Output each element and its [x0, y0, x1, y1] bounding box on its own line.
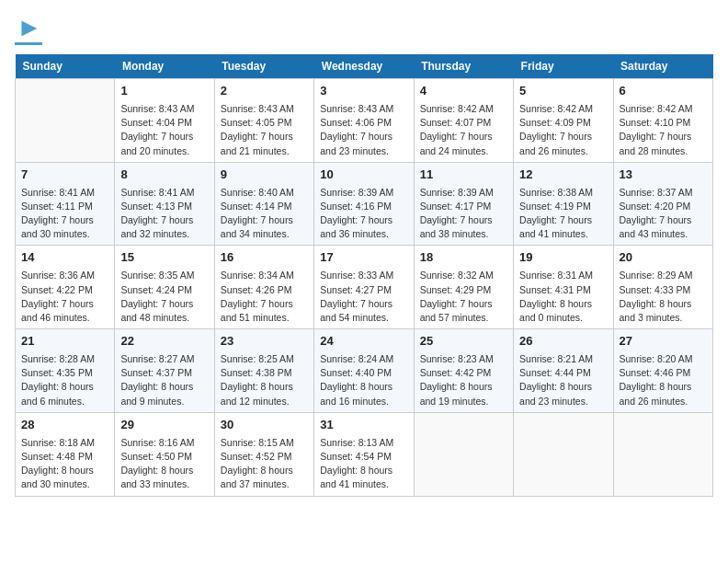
calendar-cell: 29Sunrise: 8:16 AMSunset: 4:50 PMDayligh…: [115, 412, 214, 496]
calendar-cell: 25Sunrise: 8:23 AMSunset: 4:42 PMDayligh…: [414, 329, 513, 413]
day-number: 13: [620, 167, 707, 184]
day-number: 1: [120, 83, 208, 100]
daylight-label: Daylight: 8 hours and 26 minutes.: [620, 381, 692, 406]
calendar-cell: 17Sunrise: 8:33 AMSunset: 4:27 PMDayligh…: [314, 246, 414, 329]
calendar-header-row: SundayMondayTuesdayWednesdayThursdayFrid…: [16, 54, 713, 79]
sunrise-label: Sunrise: 8:43 AM: [320, 103, 393, 114]
sunrise-label: Sunrise: 8:40 AM: [221, 187, 294, 198]
cell-info: Sunrise: 8:31 AMSunset: 4:31 PMDaylight:…: [519, 269, 607, 325]
calendar-table: SundayMondayTuesdayWednesdayThursdayFrid…: [15, 54, 713, 497]
cell-info: Sunrise: 8:41 AMSunset: 4:13 PMDaylight:…: [120, 186, 208, 242]
sunset-label: Sunset: 4:54 PM: [320, 451, 392, 462]
sunrise-label: Sunrise: 8:33 AM: [320, 270, 393, 281]
cell-info: Sunrise: 8:36 AMSunset: 4:22 PMDaylight:…: [21, 269, 108, 325]
sunrise-label: Sunrise: 8:34 AM: [221, 270, 294, 281]
day-number: 24: [320, 333, 407, 350]
sunrise-label: Sunrise: 8:42 AM: [420, 103, 494, 114]
day-number: 4: [420, 83, 507, 100]
daylight-label: Daylight: 7 hours and 20 minutes.: [120, 131, 193, 155]
daylight-label: Daylight: 7 hours and 38 minutes.: [420, 214, 493, 239]
cell-info: Sunrise: 8:25 AMSunset: 4:38 PMDaylight:…: [221, 352, 308, 408]
day-header-monday: Monday: [115, 54, 214, 79]
day-number: 9: [221, 167, 308, 184]
daylight-label: Daylight: 7 hours and 30 minutes.: [21, 214, 94, 239]
sunset-label: Sunset: 4:19 PM: [519, 201, 591, 212]
day-number: 6: [620, 83, 707, 100]
sunset-label: Sunset: 4:48 PM: [21, 451, 93, 462]
calendar-cell: 27Sunrise: 8:20 AMSunset: 4:46 PMDayligh…: [613, 329, 712, 413]
calendar-cell: 22Sunrise: 8:27 AMSunset: 4:37 PMDayligh…: [115, 329, 214, 413]
sunrise-label: Sunrise: 8:31 AM: [519, 270, 593, 281]
day-header-friday: Friday: [514, 54, 613, 79]
calendar-week-1: 1Sunrise: 8:43 AMSunset: 4:04 PMDaylight…: [16, 79, 713, 163]
calendar-cell: 2Sunrise: 8:43 AMSunset: 4:05 PMDaylight…: [214, 79, 313, 163]
sunset-label: Sunset: 4:16 PM: [320, 201, 392, 212]
day-number: 8: [120, 167, 208, 184]
cell-info: Sunrise: 8:43 AMSunset: 4:05 PMDaylight:…: [221, 102, 308, 158]
sunset-label: Sunset: 4:22 PM: [21, 284, 93, 295]
calendar-week-3: 14Sunrise: 8:36 AMSunset: 4:22 PMDayligh…: [16, 246, 713, 329]
sunset-label: Sunset: 4:31 PM: [519, 284, 591, 295]
daylight-label: Daylight: 7 hours and 46 minutes.: [21, 298, 94, 323]
logo-underline: [15, 42, 42, 45]
day-number: 30: [221, 417, 308, 434]
daylight-label: Daylight: 8 hours and 23 minutes.: [519, 381, 592, 406]
day-number: 5: [519, 83, 607, 100]
logo-icon: ►: [17, 13, 42, 41]
cell-info: Sunrise: 8:42 AMSunset: 4:07 PMDaylight:…: [420, 102, 507, 158]
day-number: 2: [221, 83, 308, 100]
daylight-label: Daylight: 7 hours and 26 minutes.: [519, 131, 592, 155]
calendar-cell: 8Sunrise: 8:41 AMSunset: 4:13 PMDaylight…: [115, 162, 214, 246]
calendar-week-5: 28Sunrise: 8:18 AMSunset: 4:48 PMDayligh…: [16, 412, 713, 496]
daylight-label: Daylight: 8 hours and 6 minutes.: [21, 381, 94, 406]
sunrise-label: Sunrise: 8:15 AM: [221, 437, 294, 448]
cell-info: Sunrise: 8:13 AMSunset: 4:54 PMDaylight:…: [320, 436, 407, 492]
sunrise-label: Sunrise: 8:37 AM: [620, 187, 693, 198]
cell-info: Sunrise: 8:39 AMSunset: 4:17 PMDaylight:…: [420, 186, 507, 242]
calendar-cell: 9Sunrise: 8:40 AMSunset: 4:14 PMDaylight…: [214, 162, 313, 246]
cell-info: Sunrise: 8:32 AMSunset: 4:29 PMDaylight:…: [420, 269, 507, 325]
calendar-cell: 19Sunrise: 8:31 AMSunset: 4:31 PMDayligh…: [514, 246, 613, 329]
cell-info: Sunrise: 8:15 AMSunset: 4:52 PMDaylight:…: [221, 436, 308, 492]
sunset-label: Sunset: 4:26 PM: [221, 284, 292, 295]
day-number: 23: [221, 333, 308, 350]
calendar-cell: [613, 412, 712, 496]
cell-info: Sunrise: 8:42 AMSunset: 4:09 PMDaylight:…: [519, 102, 607, 158]
day-number: 15: [120, 249, 208, 267]
sunrise-label: Sunrise: 8:20 AM: [620, 353, 693, 364]
sunrise-label: Sunrise: 8:36 AM: [21, 270, 95, 281]
day-header-sunday: Sunday: [16, 54, 115, 79]
sunset-label: Sunset: 4:42 PM: [420, 367, 492, 378]
sunrise-label: Sunrise: 8:41 AM: [21, 187, 95, 198]
day-number: 12: [519, 167, 607, 184]
daylight-label: Daylight: 8 hours and 9 minutes.: [120, 381, 193, 406]
sunset-label: Sunset: 4:27 PM: [320, 284, 392, 295]
sunset-label: Sunset: 4:05 PM: [221, 117, 292, 128]
sunset-label: Sunset: 4:38 PM: [221, 367, 292, 378]
cell-info: Sunrise: 8:34 AMSunset: 4:26 PMDaylight:…: [221, 269, 308, 325]
calendar-cell: 20Sunrise: 8:29 AMSunset: 4:33 PMDayligh…: [613, 246, 712, 329]
daylight-label: Daylight: 8 hours and 19 minutes.: [420, 381, 493, 406]
daylight-label: Daylight: 8 hours and 16 minutes.: [320, 381, 392, 406]
day-number: 10: [320, 167, 407, 184]
day-number: 31: [320, 417, 407, 434]
page-header: ►: [15, 15, 713, 45]
sunrise-label: Sunrise: 8:43 AM: [120, 103, 194, 114]
sunset-label: Sunset: 4:29 PM: [420, 284, 492, 295]
cell-info: Sunrise: 8:43 AMSunset: 4:06 PMDaylight:…: [320, 102, 407, 158]
cell-info: Sunrise: 8:42 AMSunset: 4:10 PMDaylight:…: [620, 102, 707, 158]
day-number: 27: [620, 333, 707, 350]
cell-info: Sunrise: 8:29 AMSunset: 4:33 PMDaylight:…: [620, 269, 707, 325]
sunrise-label: Sunrise: 8:27 AM: [120, 353, 194, 364]
sunset-label: Sunset: 4:17 PM: [420, 201, 492, 212]
logo: ►: [15, 15, 42, 45]
cell-info: Sunrise: 8:21 AMSunset: 4:44 PMDaylight:…: [519, 352, 607, 408]
sunset-label: Sunset: 4:09 PM: [519, 117, 591, 128]
day-number: 21: [21, 333, 108, 350]
calendar-cell: 15Sunrise: 8:35 AMSunset: 4:24 PMDayligh…: [115, 246, 214, 329]
daylight-label: Daylight: 7 hours and 41 minutes.: [519, 214, 592, 239]
daylight-label: Daylight: 8 hours and 33 minutes.: [120, 465, 193, 489]
daylight-label: Daylight: 8 hours and 30 minutes.: [21, 465, 94, 489]
sunrise-label: Sunrise: 8:35 AM: [120, 270, 194, 281]
day-header-saturday: Saturday: [613, 54, 712, 79]
